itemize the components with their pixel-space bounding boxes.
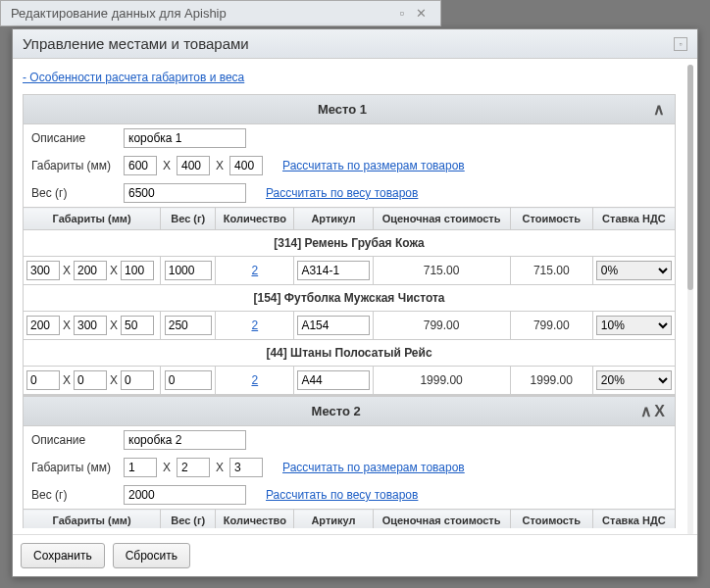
item-article[interactable]: [297, 370, 369, 390]
place-header-1: Место 1∧: [23, 94, 676, 124]
place-collapse-icon[interactable]: ∧: [653, 100, 667, 119]
weight-input[interactable]: [124, 485, 246, 505]
item-vat-select[interactable]: 20%: [596, 370, 672, 390]
desc-input[interactable]: [124, 430, 246, 450]
item-estimated-cost: 799.00: [373, 312, 510, 340]
col-dims: Габариты (мм): [24, 208, 161, 230]
calc-weight-link[interactable]: Рассчитать по весу товаров: [266, 488, 418, 502]
items-table: Габариты (мм)Вес (г)КоличествоАртикулОце…: [23, 207, 676, 395]
item-dim-h[interactable]: [121, 316, 154, 335]
dialog-title: Управление местами и товарами: [23, 35, 249, 52]
item-estimated-cost: 715.00: [373, 257, 510, 285]
item-qty[interactable]: 2: [251, 264, 258, 277]
place-title: Место 1: [31, 102, 653, 117]
place-collapse-icon[interactable]: ∧X: [640, 402, 667, 420]
calc-weight-link[interactable]: Рассчитать по весу товаров: [266, 186, 418, 200]
dialog-header: Управление местами и товарами ▫: [13, 29, 697, 59]
item-qty[interactable]: 2: [251, 373, 258, 387]
col-cost: Стоимость: [510, 510, 592, 529]
dim-l-input[interactable]: [124, 458, 157, 477]
item-cost: 1999.00: [510, 367, 592, 395]
weight-label: Вес (г): [31, 186, 118, 200]
item-estimated-cost: 1999.00: [373, 367, 510, 395]
item-dim-h[interactable]: [121, 370, 154, 390]
col-estimated-cost: Оценочная стоимость: [373, 208, 510, 230]
main-dialog: Управление местами и товарами ▫ - Особен…: [12, 28, 698, 577]
desc-label: Описание: [31, 131, 118, 145]
item-title: [44] Штаны Полосатый Рейс: [24, 340, 676, 367]
calc-dims-link[interactable]: Рассчитать по размерам товаров: [282, 461, 465, 474]
items-table: Габариты (мм)Вес (г)КоличествоАртикулОце…: [23, 509, 676, 528]
item-weight[interactable]: [165, 370, 212, 390]
item-dim-h[interactable]: [121, 261, 154, 280]
item-dim-l[interactable]: [26, 370, 60, 390]
place-header-2: Место 2∧X: [23, 396, 676, 426]
item-qty[interactable]: 2: [251, 318, 258, 332]
parent-minimize-icon[interactable]: ▫: [396, 6, 409, 21]
dims-label: Габариты (мм): [31, 159, 118, 172]
col-qty: Количество: [216, 208, 294, 230]
reset-button[interactable]: Сбросить: [113, 543, 190, 568]
item-cost: 715.00: [510, 257, 592, 285]
save-button[interactable]: Сохранить: [21, 543, 105, 568]
parent-dialog-title: Редактирование данных для Apiship: [11, 6, 227, 21]
item-dim-w[interactable]: [74, 261, 107, 280]
item-title-row: [314] Ремень Грубая Кожа: [24, 230, 676, 257]
col-article: Артикул: [294, 208, 373, 230]
item-vat-select[interactable]: 0%: [596, 261, 672, 280]
col-vat: Ставка НДС: [592, 208, 675, 230]
item-dim-l[interactable]: [26, 261, 60, 280]
desc-label: Описание: [31, 433, 118, 447]
calc-dims-link[interactable]: Рассчитать по размерам товаров: [282, 159, 465, 172]
col-vat: Ставка НДС: [592, 510, 675, 529]
item-weight[interactable]: [165, 316, 212, 335]
item-article[interactable]: [297, 316, 369, 335]
weight-label: Вес (г): [31, 488, 118, 502]
item-dim-w[interactable]: [74, 316, 107, 335]
col-cost: Стоимость: [510, 208, 592, 230]
dim-h-input[interactable]: [229, 156, 263, 175]
desc-input[interactable]: [124, 128, 246, 148]
item-weight[interactable]: [165, 261, 212, 280]
item-dim-l[interactable]: [26, 316, 60, 335]
minimize-icon[interactable]: ▫: [674, 37, 687, 51]
item-title: [314] Ремень Грубая Кожа: [24, 230, 676, 257]
dialog-footer: Сохранить Сбросить: [13, 534, 697, 576]
features-link[interactable]: - Особенности расчета габаритов и веса: [23, 71, 244, 84]
dims-label: Габариты (мм): [31, 461, 118, 474]
col-weight: Вес (г): [161, 208, 216, 230]
dim-w-input[interactable]: [177, 156, 210, 175]
item-title: [154] Футболка Мужская Чистота: [24, 285, 676, 312]
item-title-row: [44] Штаны Полосатый Рейс: [24, 340, 676, 367]
col-article: Артикул: [294, 510, 373, 529]
parent-close-icon[interactable]: ✕: [412, 6, 431, 21]
item-cost: 799.00: [510, 312, 592, 340]
item-title-row: [154] Футболка Мужская Чистота: [24, 285, 676, 312]
dim-w-input[interactable]: [177, 458, 210, 477]
item-data-row: XX2715.00715.000%: [24, 257, 676, 285]
weight-input[interactable]: [124, 183, 246, 203]
item-dim-w[interactable]: [74, 370, 107, 390]
scrollbar-thumb[interactable]: [687, 65, 693, 290]
scrollbar[interactable]: [687, 65, 693, 534]
col-qty: Количество: [216, 510, 294, 529]
parent-dialog: Редактирование данных для Apiship ▫ ✕: [0, 0, 441, 26]
dim-l-input[interactable]: [124, 156, 157, 175]
item-data-row: XX21999.001999.0020%: [24, 367, 676, 395]
dim-h-input[interactable]: [229, 458, 263, 477]
col-dims: Габариты (мм): [24, 510, 161, 529]
place-title: Место 2: [31, 404, 640, 418]
col-weight: Вес (г): [161, 510, 216, 529]
item-vat-select[interactable]: 10%: [596, 316, 672, 335]
item-data-row: XX2799.00799.0010%: [24, 312, 676, 340]
item-article[interactable]: [297, 261, 369, 280]
col-estimated-cost: Оценочная стоимость: [373, 510, 510, 529]
